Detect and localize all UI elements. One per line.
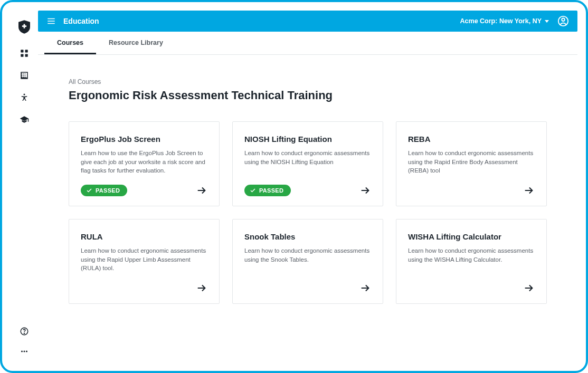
svg-rect-0 (21, 50, 23, 52)
svg-point-6 (24, 333, 24, 333)
open-course-arrow[interactable] (359, 282, 371, 294)
course-footer (408, 282, 535, 294)
page-section-title: Education (63, 17, 99, 25)
topbar: Education Acme Corp: New York, NY (38, 11, 577, 32)
passed-label: PASSED (259, 187, 283, 194)
course-title: Snook Tables (244, 232, 371, 241)
svg-rect-3 (25, 54, 28, 57)
course-description: Learn how to conduct ergonomic assessmen… (81, 246, 207, 273)
passed-label: PASSED (96, 187, 120, 194)
course-description: Learn how to conduct ergonomic assessmen… (244, 246, 371, 273)
svg-point-14 (562, 18, 565, 22)
menu-icon[interactable] (46, 16, 56, 26)
tab-resource-library[interactable]: Resource Library (96, 32, 176, 54)
course-footer (408, 185, 535, 196)
open-course-arrow[interactable] (359, 185, 371, 196)
tab-courses[interactable]: Courses (44, 32, 96, 54)
course-description: Learn how to use the ErgoPlus Job Screen… (81, 149, 207, 175)
passed-badge: PASSED (244, 185, 291, 196)
building-icon[interactable] (20, 71, 29, 80)
svg-rect-2 (21, 54, 23, 57)
open-course-arrow[interactable] (196, 185, 207, 196)
main-area: Education Acme Corp: New York, NY Course… (38, 11, 577, 362)
course-description: Learn how to conduct ergonomic assessmen… (244, 149, 371, 175)
course-footer (81, 282, 207, 294)
help-icon[interactable] (20, 327, 29, 336)
org-selector[interactable]: Acme Corp: New York, NY (460, 17, 549, 25)
passed-badge: PASSED (81, 185, 127, 196)
course-footer (244, 282, 371, 294)
more-icon[interactable] (20, 347, 29, 356)
course-footer: PASSED (244, 185, 371, 196)
course-footer: PASSED (81, 185, 207, 196)
course-title: WISHA Lifting Calculator (408, 232, 535, 241)
arrow-right-icon (196, 282, 207, 294)
content: All Courses Ergonomic Risk Assessment Te… (38, 55, 577, 327)
svg-point-4 (24, 94, 25, 95)
course-card: RULALearn how to conduct ergonomic asses… (69, 219, 220, 304)
open-course-arrow[interactable] (523, 282, 535, 294)
check-icon (250, 187, 256, 194)
open-course-arrow[interactable] (196, 282, 207, 294)
arrow-right-icon (523, 282, 535, 294)
tabs: Courses Resource Library (38, 32, 577, 55)
course-card: Snook TablesLearn how to conduct ergonom… (232, 219, 383, 304)
open-course-arrow[interactable] (523, 185, 535, 196)
svg-point-7 (21, 351, 23, 352)
course-card: WISHA Lifting CalculatorLearn how to con… (396, 219, 547, 304)
course-card: NIOSH Lifting EquationLearn how to condu… (232, 121, 383, 206)
course-card: ErgoPlus Job ScreenLearn how to use the … (69, 121, 220, 206)
arrow-right-icon (196, 185, 207, 196)
arrow-right-icon (359, 282, 371, 294)
logo-shield[interactable] (18, 20, 30, 36)
arrow-right-icon (359, 185, 371, 196)
course-title: REBA (408, 135, 535, 144)
course-description: Learn how to conduct ergonomic assessmen… (408, 149, 535, 175)
accessibility-icon[interactable] (20, 93, 29, 102)
arrow-right-icon (523, 185, 535, 196)
course-title: RULA (81, 232, 207, 241)
check-icon (86, 187, 92, 194)
course-title: NIOSH Lifting Equation (244, 135, 371, 144)
course-description: Learn how to conduct ergonomic assessmen… (408, 246, 535, 273)
org-name: Acme Corp: New York, NY (460, 17, 542, 25)
course-grid: ErgoPlus Job ScreenLearn how to use the … (69, 121, 547, 304)
page-title: Ergonomic Risk Assessment Technical Trai… (69, 89, 547, 102)
sidebar (11, 11, 38, 362)
svg-point-9 (26, 351, 27, 352)
chevron-down-icon (545, 20, 549, 23)
education-icon[interactable] (20, 115, 29, 125)
course-title: ErgoPlus Job Screen (81, 135, 207, 144)
svg-rect-1 (25, 50, 28, 52)
course-card: REBALearn how to conduct ergonomic asses… (396, 121, 547, 206)
svg-point-8 (24, 351, 25, 352)
user-avatar-icon[interactable] (557, 15, 569, 27)
dashboard-icon[interactable] (20, 49, 29, 58)
breadcrumb[interactable]: All Courses (69, 78, 547, 85)
